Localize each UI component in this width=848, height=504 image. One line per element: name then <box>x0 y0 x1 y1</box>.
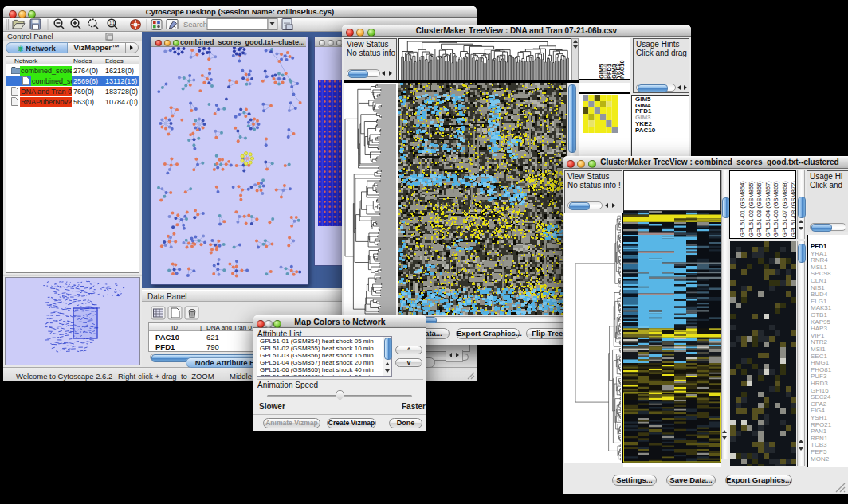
svg-text:1:1: 1:1 <box>109 21 115 25</box>
svg-text:Search:: Search: <box>183 20 210 29</box>
